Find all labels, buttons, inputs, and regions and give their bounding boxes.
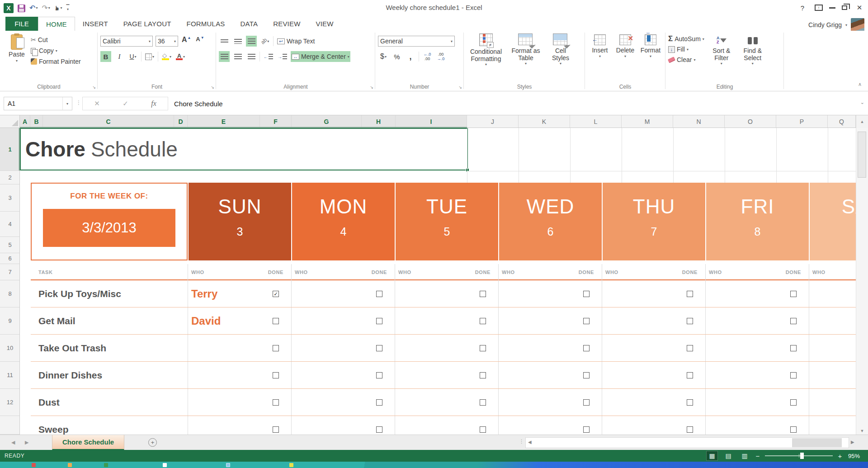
row-header-8[interactable]: 8 [0, 280, 20, 307]
row-header-11[interactable]: 11 [0, 362, 20, 389]
font-dialog-launcher[interactable]: ↘ [211, 85, 214, 90]
week-of-cell[interactable]: FOR THE WEEK OF: 3/3/2013 [31, 183, 188, 260]
decrease-indent-button[interactable]: ← [263, 51, 274, 62]
sheet-tab-chore-schedule[interactable]: Chore Schedule [52, 435, 124, 450]
done-checkbox[interactable] [376, 399, 382, 406]
column-header-D[interactable]: D [174, 115, 188, 128]
percent-style-button[interactable]: % [392, 51, 402, 62]
vertical-scroll-up-icon[interactable]: ▲ [856, 115, 868, 128]
horizontal-scroll-thumb[interactable] [792, 438, 842, 447]
bottom-align-button[interactable] [246, 36, 257, 47]
column-header-K[interactable]: K [519, 115, 570, 128]
align-center-button[interactable] [232, 51, 243, 62]
zoom-slider[interactable] [765, 455, 833, 456]
done-checkbox[interactable] [480, 399, 486, 406]
help-button[interactable]: ? [797, 4, 808, 12]
zoom-percent[interactable]: 95% [848, 453, 864, 459]
done-checkbox[interactable] [376, 291, 382, 297]
done-checkbox[interactable] [273, 399, 279, 406]
done-checkbox[interactable] [790, 291, 797, 297]
column-header-H[interactable]: H [362, 115, 396, 128]
confirm-entry-icon[interactable]: ✓ [123, 99, 128, 108]
minimize-button[interactable] [829, 7, 835, 9]
column-header-I[interactable]: I [396, 115, 467, 128]
format-cells-button[interactable]: ↔ Format▾ [638, 33, 663, 83]
done-checkbox[interactable] [273, 318, 279, 324]
find-select-button[interactable]: Find & Select▾ [739, 33, 767, 83]
week-date-box[interactable]: 3/3/2013 [43, 209, 175, 247]
column-header-J[interactable]: J [467, 115, 519, 128]
task-cell[interactable]: Dust [38, 389, 60, 416]
done-checkbox[interactable] [687, 345, 693, 351]
column-header-Q[interactable]: Q [828, 115, 856, 128]
sheet-nav-next-icon[interactable]: ▶ [25, 440, 28, 445]
align-left-button[interactable] [219, 51, 230, 62]
day-header-tue[interactable]: TUE5 [395, 183, 498, 260]
done-checkbox[interactable] [583, 372, 590, 378]
restore-button[interactable] [842, 5, 847, 10]
vertical-scroll-thumb[interactable] [858, 132, 866, 178]
middle-align-button[interactable] [232, 36, 243, 47]
task-cell[interactable]: Take Out Trash [38, 335, 106, 362]
close-button[interactable]: ✕ [854, 4, 865, 12]
who-cell[interactable]: David [191, 307, 221, 335]
italic-button[interactable]: I [114, 51, 125, 62]
name-box[interactable]: A1▾ [4, 97, 72, 110]
horizontal-scroll-right-icon[interactable]: ▶ [851, 440, 854, 444]
task-cell[interactable]: Get Mail [38, 307, 75, 335]
page-break-view-button[interactable]: ▥ [739, 451, 750, 461]
merge-center-button[interactable]: ↔Merge & Center▾ [291, 51, 350, 62]
font-size-combo[interactable]: 36▾ [156, 36, 178, 47]
done-checkbox[interactable] [376, 372, 382, 378]
paste-button[interactable]: Paste▾ [3, 33, 31, 83]
wrap-text-button[interactable]: ↩Wrap Text [276, 36, 316, 47]
ribbon-tab-review[interactable]: REVIEW [265, 17, 308, 31]
sheet-nav-prev-icon[interactable]: ◀ [11, 440, 15, 445]
conditional-formatting-button[interactable]: ≠ Conditional Formatting▾ [467, 33, 505, 83]
collapse-ribbon-button[interactable]: ∧ [858, 81, 862, 87]
normal-view-button[interactable]: ▦ [706, 451, 718, 461]
day-header-fri[interactable]: FRI8 [705, 183, 809, 260]
format-as-table-button[interactable]: Format as Table▾ [506, 33, 545, 83]
row-header-13[interactable] [0, 416, 20, 435]
underline-button[interactable]: U▾ [127, 51, 138, 62]
row-header-6[interactable]: 6 [0, 253, 20, 264]
select-all-corner[interactable] [0, 115, 20, 128]
done-checkbox[interactable] [687, 318, 693, 324]
column-header-M[interactable]: M [622, 115, 673, 128]
user-avatar[interactable] [851, 18, 864, 32]
done-checkbox[interactable]: ✓ [273, 291, 279, 297]
column-header-P[interactable]: P [776, 115, 828, 128]
accounting-format-button[interactable]: $▾ [378, 51, 389, 62]
ribbon-tab-file[interactable]: FILE [5, 17, 38, 31]
done-checkbox[interactable] [790, 345, 797, 351]
done-checkbox[interactable] [790, 318, 797, 324]
autosum-button[interactable]: ΣAutoSum▾ [668, 34, 704, 43]
task-cell[interactable]: Pick Up Toys/Misc [38, 280, 121, 307]
done-checkbox[interactable] [790, 399, 797, 406]
cell-styles-button[interactable]: Cell Styles▾ [546, 33, 575, 83]
column-header-N[interactable]: N [673, 115, 725, 128]
done-checkbox[interactable] [687, 399, 693, 406]
zoom-slider-thumb[interactable] [800, 453, 804, 459]
row-header-5[interactable]: 5 [0, 237, 20, 253]
done-checkbox[interactable] [480, 426, 486, 433]
who-cell[interactable]: Terry [191, 280, 217, 307]
day-header-thu[interactable]: THU7 [602, 183, 705, 260]
done-checkbox[interactable] [583, 426, 590, 433]
formula-bar-value[interactable]: Chore Schedule [174, 97, 223, 110]
name-box-resize-handle[interactable]: ⋮ [76, 99, 82, 106]
number-dialog-launcher[interactable]: ↘ [458, 85, 462, 90]
column-header-C[interactable]: C [43, 115, 174, 128]
column-header-G[interactable]: G [292, 115, 362, 128]
row-header-1[interactable]: 1 [0, 128, 20, 171]
day-header-wed[interactable]: WED6 [498, 183, 602, 260]
format-painter-button[interactable]: Format Painter [31, 57, 81, 66]
ribbon-tab-view[interactable]: VIEW [308, 17, 341, 31]
done-checkbox[interactable] [480, 291, 486, 297]
done-checkbox[interactable] [480, 318, 486, 324]
increase-indent-button[interactable]: → [277, 51, 288, 62]
sort-filter-button[interactable]: AZ Sort & Filter▾ [707, 33, 736, 83]
number-format-combo[interactable]: General▾ [378, 36, 455, 47]
decrease-font-size-button[interactable]: A▼ [194, 36, 205, 47]
